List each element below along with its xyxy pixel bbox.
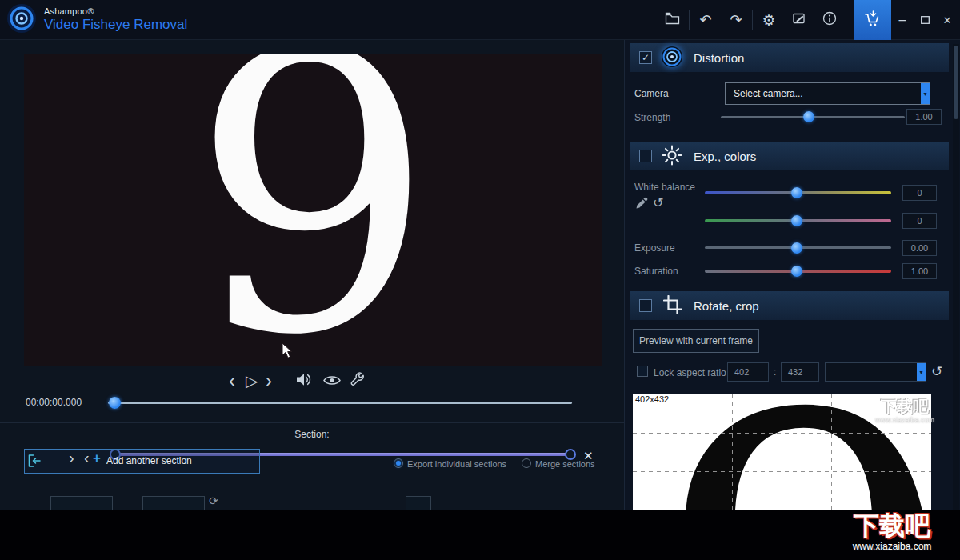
reset-icon: ⟳ (209, 494, 218, 507)
feedback-button[interactable] (784, 0, 814, 40)
reset-icon: ↺ (931, 364, 942, 379)
chevron-left-icon: ‹ (84, 449, 90, 466)
play-button[interactable]: ▷ (246, 371, 258, 390)
toolbar-separator (689, 10, 690, 30)
wrench-icon (350, 378, 365, 389)
info-button[interactable] (814, 0, 845, 40)
saturation-slider-handle[interactable] (791, 266, 802, 277)
note-icon (793, 12, 806, 29)
aspect-height-field[interactable]: 432 (781, 362, 819, 382)
minimize-button[interactable]: – (891, 0, 914, 40)
video-preview[interactable]: 9 (24, 54, 602, 366)
watermark-logo-text: 下载吧 (861, 397, 949, 416)
toolbar-separator (752, 10, 753, 30)
rotate-crop-section-header[interactable]: Rotate, crop (630, 291, 949, 320)
settings-button[interactable]: ⚙ (754, 0, 784, 40)
crop-gridline (732, 394, 733, 510)
tools-button[interactable] (350, 372, 365, 389)
next-frame-icon: › (266, 370, 272, 391)
distortion-title: Distortion (694, 51, 744, 65)
watermark-large: 下载吧 www.xiazaiba.com (832, 510, 952, 552)
lock-aspect-checkbox[interactable] (637, 366, 648, 377)
export-individual-radio[interactable] (394, 458, 403, 468)
distortion-checkbox[interactable]: ✓ (639, 51, 652, 64)
app-window: { "colors": { "accent_blue": "#2e86f0", … (0, 0, 960, 560)
titlebar: Ashampoo® Video Fisheye Removal ↶ ↷ ⚙ (0, 0, 960, 40)
playback-timeline-track[interactable] (108, 402, 572, 404)
partial-reset-button[interactable]: ⟳ (209, 494, 218, 507)
buy-now-button[interactable] (854, 0, 891, 40)
scrollbar-thumb[interactable] (954, 46, 958, 119)
camera-select[interactable]: Select camera... ▾ (725, 82, 930, 105)
section-end-handle[interactable] (565, 449, 576, 460)
rotate-crop-checkbox[interactable] (639, 299, 652, 312)
merge-sections-label: Merge sections (535, 459, 595, 469)
aspect-ratio-colon: : (774, 366, 776, 378)
ashampoo-logo-icon (6, 3, 37, 36)
preview-toggle-button[interactable] (323, 375, 341, 388)
export-bar: Export selection Export preview (3 sec.)… (0, 510, 960, 560)
section-chevron-right-button[interactable]: › (69, 449, 74, 467)
strength-label: Strength (634, 112, 670, 123)
partial-button[interactable] (50, 496, 113, 510)
radio-dot (396, 461, 401, 466)
preview-current-frame-button[interactable]: Preview with current frame (633, 329, 759, 353)
timecode-label: 00:00:00.000 (26, 397, 82, 408)
volume-button[interactable] (296, 373, 313, 389)
strength-slider-handle[interactable] (803, 111, 814, 122)
crop-gridline (831, 394, 832, 510)
watermark-small: 下载吧 www.xiazaiba.com (861, 397, 949, 424)
eyedropper-icon[interactable] (635, 197, 648, 212)
sun-icon (662, 145, 682, 168)
add-section-plus[interactable]: + (93, 450, 101, 466)
titlebar-actions: ↶ ↷ ⚙ (656, 0, 958, 40)
crop-icon (663, 295, 682, 317)
partial-button[interactable] (142, 496, 205, 510)
undo-button[interactable]: ↶ (690, 0, 721, 40)
chevron-right-icon: › (69, 449, 74, 466)
wb-temperature-slider-handle[interactable] (791, 187, 802, 198)
brand-name: Ashampoo® (44, 6, 187, 16)
aspect-preset-select[interactable]: ▾ (825, 362, 926, 382)
close-button[interactable]: ✕ (936, 0, 958, 40)
next-frame-button[interactable]: › (266, 370, 272, 392)
exp-colors-section-header[interactable]: Exp., colors (630, 142, 949, 170)
strength-value-field[interactable]: 1.00 (906, 109, 942, 125)
wb-tint-slider-handle[interactable] (791, 215, 802, 226)
distortion-section-header[interactable]: ✓ Distortion (630, 43, 949, 72)
brand: Ashampoo® Video Fisheye Removal (0, 3, 187, 36)
watermark-url: www.xiazaiba.com (861, 416, 949, 424)
maximize-icon (921, 14, 930, 26)
open-file-button[interactable] (656, 0, 688, 40)
crop-reset-button[interactable]: ↺ (931, 363, 942, 380)
white-balance-reset-button[interactable]: ↺ (653, 195, 663, 210)
wb-temperature-value-field[interactable]: 0 (902, 185, 937, 201)
aspect-width-field[interactable]: 402 (727, 362, 769, 382)
maximize-button[interactable] (914, 0, 936, 40)
exp-colors-checkbox[interactable] (639, 150, 652, 162)
section-title: Section: (0, 429, 624, 440)
eye-icon (323, 377, 341, 388)
redo-button[interactable]: ↷ (721, 0, 751, 40)
camera-label: Camera (634, 88, 669, 99)
saturation-value-field[interactable]: 1.00 (902, 263, 937, 279)
info-icon (822, 11, 837, 30)
playback-position-handle[interactable] (109, 397, 121, 409)
merge-sections-radio[interactable] (522, 458, 531, 468)
panel-scrollbar[interactable] (953, 44, 959, 510)
exposure-value-field[interactable]: 0.00 (902, 240, 937, 256)
camera-select-value: Select camera... (734, 88, 803, 99)
white-balance-label: White balance (634, 182, 695, 193)
page-title: Video Fisheye Removal (44, 17, 187, 33)
exposure-slider-handle[interactable] (791, 242, 802, 254)
lock-aspect-label: Lock aspect ratio (654, 367, 726, 378)
section-in-icon (27, 454, 42, 470)
adjustments-panel: ✓ Distortion Camera Select camera... ▾ S… (624, 40, 960, 510)
check-icon: ✓ (642, 52, 650, 63)
previous-frame-button[interactable]: ‹ (229, 370, 235, 392)
section-chevron-left-button[interactable]: ‹ (84, 449, 90, 467)
partial-button[interactable] (406, 496, 431, 510)
wb-tint-value-field[interactable]: 0 (902, 213, 937, 229)
watermark-logo-text: 下载吧 (832, 510, 952, 541)
export-individual-label: Export individual sections (407, 459, 506, 469)
